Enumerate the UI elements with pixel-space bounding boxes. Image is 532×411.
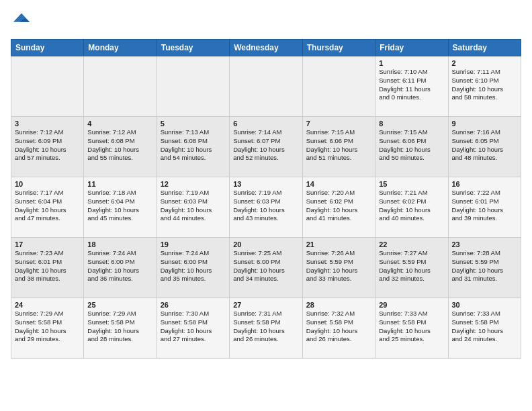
day-info: Sunrise: 7:16 AMSunset: 6:05 PMDaylight:… [452,128,518,163]
day-info: Sunrise: 7:26 AMSunset: 5:59 PMDaylight:… [306,249,371,283]
day-info: Sunrise: 7:22 AMSunset: 6:01 PMDaylight:… [452,189,518,223]
calendar-cell-empty [157,56,229,117]
calendar-cell-19: 19Sunrise: 7:24 AMSunset: 6:00 PMDayligh… [157,238,229,298]
calendar-week-5: 24Sunrise: 7:29 AMSunset: 5:58 PMDayligh… [11,298,521,359]
calendar-header-wednesday: Wednesday [230,40,303,56]
day-number: 20 [233,240,299,248]
logo [11,11,31,30]
calendar-cell-7: 7Sunrise: 7:15 AMSunset: 6:06 PMDaylight… [302,117,375,177]
day-info: Sunrise: 7:25 AMSunset: 6:00 PMDaylight:… [233,249,299,283]
day-info: Sunrise: 7:13 AMSunset: 6:08 PMDaylight:… [161,128,226,163]
day-number: 13 [233,180,299,188]
day-info: Sunrise: 7:12 AMSunset: 6:09 PMDaylight:… [15,128,80,163]
calendar-week-4: 17Sunrise: 7:23 AMSunset: 6:01 PMDayligh… [11,238,521,298]
calendar-header-tuesday: Tuesday [157,40,229,56]
calendar-cell-26: 26Sunrise: 7:30 AMSunset: 5:58 PMDayligh… [157,298,229,359]
day-number: 19 [161,240,226,248]
day-number: 11 [87,180,152,188]
day-info: Sunrise: 7:23 AMSunset: 6:01 PMDaylight:… [15,249,80,283]
day-number: 7 [306,120,371,128]
calendar-header-row: SundayMondayTuesdayWednesdayThursdayFrid… [11,40,521,56]
calendar-cell-12: 12Sunrise: 7:19 AMSunset: 6:03 PMDayligh… [157,177,229,238]
day-info: Sunrise: 7:21 AMSunset: 6:02 PMDaylight:… [379,189,444,223]
day-info: Sunrise: 7:15 AMSunset: 6:06 PMDaylight:… [379,128,444,163]
calendar-table: SundayMondayTuesdayWednesdayThursdayFrid… [11,39,521,359]
calendar-cell-28: 28Sunrise: 7:32 AMSunset: 5:58 PMDayligh… [302,298,375,359]
calendar-cell-14: 14Sunrise: 7:20 AMSunset: 6:02 PMDayligh… [302,177,375,238]
day-info: Sunrise: 7:33 AMSunset: 5:58 PMDaylight:… [379,310,444,344]
calendar-cell-9: 9Sunrise: 7:16 AMSunset: 6:05 PMDaylight… [448,117,521,177]
calendar-cell-15: 15Sunrise: 7:21 AMSunset: 6:02 PMDayligh… [375,177,448,238]
calendar-header-monday: Monday [84,40,157,56]
day-info: Sunrise: 7:17 AMSunset: 6:04 PMDaylight:… [15,189,80,223]
day-number: 8 [379,120,444,128]
calendar-week-3: 10Sunrise: 7:17 AMSunset: 6:04 PMDayligh… [11,177,521,238]
day-info: Sunrise: 7:20 AMSunset: 6:02 PMDaylight:… [306,189,371,223]
day-number: 10 [15,180,80,188]
calendar-cell-24: 24Sunrise: 7:29 AMSunset: 5:58 PMDayligh… [11,298,84,359]
calendar-cell-11: 11Sunrise: 7:18 AMSunset: 6:04 PMDayligh… [84,177,157,238]
day-number: 9 [452,120,518,128]
day-number: 25 [87,301,152,309]
calendar-cell-5: 5Sunrise: 7:13 AMSunset: 6:08 PMDaylight… [157,117,229,177]
calendar-cell-1: 1Sunrise: 7:10 AMSunset: 6:11 PMDaylight… [375,56,448,117]
day-number: 27 [233,301,299,309]
calendar-cell-21: 21Sunrise: 7:26 AMSunset: 5:59 PMDayligh… [302,238,375,298]
day-info: Sunrise: 7:29 AMSunset: 5:58 PMDaylight:… [15,310,80,344]
day-number: 24 [15,301,80,309]
calendar-header-sunday: Sunday [11,40,84,56]
day-info: Sunrise: 7:27 AMSunset: 5:59 PMDaylight:… [379,249,444,283]
day-info: Sunrise: 7:33 AMSunset: 5:58 PMDaylight:… [452,310,518,344]
calendar-cell-empty [302,56,375,117]
page-header [11,11,521,30]
day-info: Sunrise: 7:24 AMSunset: 6:00 PMDaylight:… [87,249,152,283]
day-info: Sunrise: 7:32 AMSunset: 5:58 PMDaylight:… [306,310,371,344]
day-number: 2 [452,59,518,67]
day-number: 26 [161,301,226,309]
calendar-cell-27: 27Sunrise: 7:31 AMSunset: 5:58 PMDayligh… [230,298,303,359]
day-number: 28 [306,301,371,309]
day-number: 5 [161,120,226,128]
day-number: 29 [379,301,444,309]
calendar-cell-22: 22Sunrise: 7:27 AMSunset: 5:59 PMDayligh… [375,238,448,298]
day-info: Sunrise: 7:10 AMSunset: 6:11 PMDaylight:… [379,68,444,102]
day-number: 21 [306,240,371,248]
calendar-cell-13: 13Sunrise: 7:19 AMSunset: 6:03 PMDayligh… [230,177,303,238]
day-info: Sunrise: 7:29 AMSunset: 5:58 PMDaylight:… [87,310,152,344]
calendar-cell-17: 17Sunrise: 7:23 AMSunset: 6:01 PMDayligh… [11,238,84,298]
day-number: 22 [379,240,444,248]
calendar-header-thursday: Thursday [302,40,375,56]
day-number: 16 [452,180,518,188]
day-info: Sunrise: 7:24 AMSunset: 6:00 PMDaylight:… [161,249,226,283]
calendar-cell-20: 20Sunrise: 7:25 AMSunset: 6:00 PMDayligh… [230,238,303,298]
day-number: 23 [452,240,518,248]
day-number: 14 [306,180,371,188]
day-info: Sunrise: 7:19 AMSunset: 6:03 PMDaylight:… [161,189,226,223]
day-info: Sunrise: 7:31 AMSunset: 5:58 PMDaylight:… [233,310,299,344]
day-info: Sunrise: 7:15 AMSunset: 6:06 PMDaylight:… [306,128,371,163]
calendar-week-2: 3Sunrise: 7:12 AMSunset: 6:09 PMDaylight… [11,117,521,177]
calendar-cell-30: 30Sunrise: 7:33 AMSunset: 5:58 PMDayligh… [448,298,521,359]
day-number: 17 [15,240,80,248]
day-info: Sunrise: 7:11 AMSunset: 6:10 PMDaylight:… [452,68,518,102]
day-number: 18 [87,240,152,248]
day-number: 4 [87,120,152,128]
day-number: 15 [379,180,444,188]
logo-icon [12,11,31,30]
day-info: Sunrise: 7:19 AMSunset: 6:03 PMDaylight:… [233,189,299,223]
calendar-cell-29: 29Sunrise: 7:33 AMSunset: 5:58 PMDayligh… [375,298,448,359]
calendar-cell-empty [11,56,84,117]
day-number: 6 [233,120,299,128]
calendar-cell-25: 25Sunrise: 7:29 AMSunset: 5:58 PMDayligh… [84,298,157,359]
calendar-cell-23: 23Sunrise: 7:28 AMSunset: 5:59 PMDayligh… [448,238,521,298]
calendar-cell-8: 8Sunrise: 7:15 AMSunset: 6:06 PMDaylight… [375,117,448,177]
calendar-cell-6: 6Sunrise: 7:14 AMSunset: 6:07 PMDaylight… [230,117,303,177]
calendar-cell-16: 16Sunrise: 7:22 AMSunset: 6:01 PMDayligh… [448,177,521,238]
day-number: 1 [379,59,444,67]
day-number: 30 [452,301,518,309]
calendar-cell-empty [230,56,303,117]
calendar-week-1: 1Sunrise: 7:10 AMSunset: 6:11 PMDaylight… [11,56,521,117]
day-info: Sunrise: 7:12 AMSunset: 6:08 PMDaylight:… [87,128,152,163]
calendar-cell-18: 18Sunrise: 7:24 AMSunset: 6:00 PMDayligh… [84,238,157,298]
day-number: 12 [161,180,226,188]
